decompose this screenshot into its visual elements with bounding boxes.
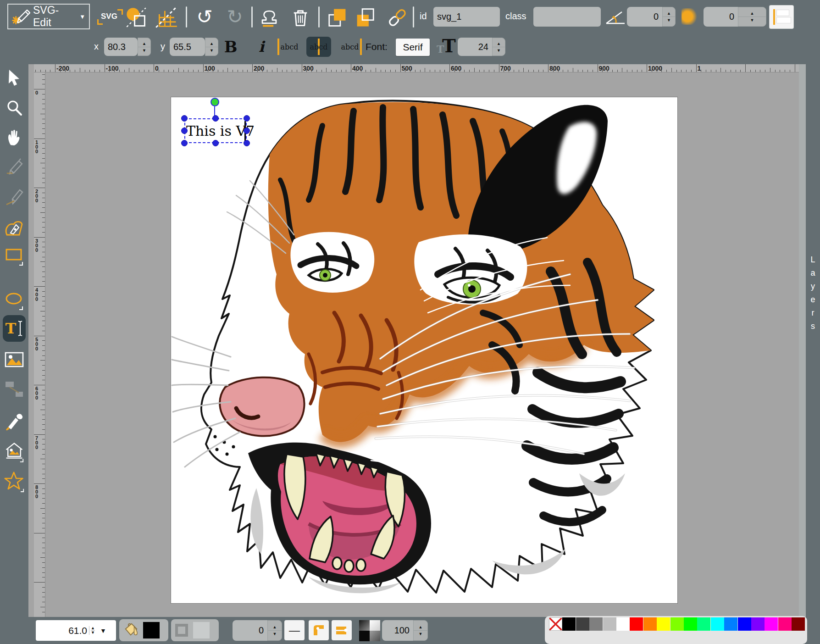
tool-connector[interactable]	[4, 379, 24, 399]
element-class-input[interactable]	[533, 7, 601, 27]
palette-swatch-ffff00[interactable]	[657, 617, 670, 631]
svg-canvas[interactable]: This is V7	[171, 97, 677, 603]
text-anchor-start-button[interactable]: abcd	[277, 37, 302, 57]
element-id-input[interactable]	[433, 7, 500, 27]
source-editor-button[interactable]: SVG	[97, 8, 124, 27]
move-to-top-button[interactable]	[325, 6, 349, 29]
palette-swatch-ffffff[interactable]	[616, 617, 630, 631]
palette-swatch-000000[interactable]	[562, 617, 576, 631]
stroke-width-input[interactable]	[233, 620, 267, 641]
delete-button[interactable]	[288, 6, 313, 29]
palette-swatch-7fff00[interactable]	[670, 617, 684, 631]
italic-button[interactable]: i	[253, 36, 270, 58]
tool-path[interactable]	[4, 217, 24, 238]
palette-swatch-7f0000[interactable]	[792, 617, 805, 631]
palette-swatch-ff007f[interactable]	[778, 617, 792, 631]
opacity-input[interactable]	[382, 620, 413, 641]
palette-swatch-007fff[interactable]	[724, 617, 737, 631]
selection-handle-sw[interactable]	[181, 140, 188, 146]
layers-panel-tab[interactable]: L a y e r s	[806, 0, 820, 644]
main-menu-button[interactable]: SVG-Edit ▼	[7, 4, 90, 29]
spinner-down-icon[interactable]: ▼	[142, 48, 146, 53]
font-size-spinner[interactable]: ▲ ▼	[492, 38, 505, 56]
redo-button[interactable]: ↻	[223, 4, 247, 29]
palette-swatch-bfbfbf[interactable]	[603, 617, 616, 631]
editor-preferences-button[interactable]	[154, 6, 179, 28]
tool-image[interactable]	[4, 350, 24, 370]
bold-button[interactable]: B	[221, 36, 240, 58]
text-y-input[interactable]	[170, 38, 205, 56]
spinner-down-icon[interactable]: ▼	[210, 48, 214, 53]
font-size-input[interactable]	[458, 38, 492, 56]
selection-handle-nw[interactable]	[181, 115, 188, 122]
palette-swatch-0000ff[interactable]	[738, 617, 751, 631]
palette-swatch-00ff7f[interactable]	[697, 617, 710, 631]
spinner-down-icon[interactable]: ▼	[667, 18, 671, 22]
move-to-bottom-button[interactable]	[353, 6, 378, 29]
selection-handle-e[interactable]	[244, 128, 250, 134]
make-link-button[interactable]	[384, 6, 410, 29]
zoom-dropdown-icon[interactable]: ▼	[100, 627, 106, 634]
tool-star[interactable]	[4, 472, 24, 492]
rotate-handle[interactable]	[211, 98, 219, 106]
canvas-scrollbar[interactable]	[799, 64, 806, 617]
tool-eyedropper[interactable]	[4, 411, 24, 431]
angle-input[interactable]	[627, 7, 662, 27]
blur-spinner[interactable]: ▲ ▼	[738, 7, 766, 27]
blur-input[interactable]	[704, 7, 738, 27]
selection-handle-w[interactable]	[181, 128, 188, 134]
linejoin-button[interactable]	[309, 620, 329, 640]
document-properties-button[interactable]	[125, 6, 148, 28]
palette-swatch-none[interactable]	[549, 617, 562, 631]
zoom-control[interactable]: ▲▼ ▼	[36, 620, 116, 641]
text-anchor-end-button[interactable]: abcd	[338, 37, 362, 57]
text-anchor-middle-button[interactable]: abcd	[306, 37, 331, 57]
tool-line[interactable]	[4, 187, 24, 207]
spinner-down-icon[interactable]: ▼	[750, 18, 754, 22]
opacity-spinner[interactable]: ▲▼	[413, 620, 428, 641]
stroke-dash-button[interactable]: —	[284, 620, 305, 640]
spinner-up-icon[interactable]: ▲	[497, 41, 501, 46]
angle-spinner[interactable]: ▲ ▼	[662, 7, 676, 27]
spinner-up-icon[interactable]: ▲	[142, 41, 146, 46]
palette-swatch-ff00ff[interactable]	[765, 617, 778, 631]
zoom-input[interactable]	[36, 625, 87, 636]
stroke-width-spinner[interactable]: ▲▼	[267, 620, 282, 641]
spinner-up-icon[interactable]: ▲	[750, 11, 754, 16]
font-family-button[interactable]: Serif	[396, 39, 430, 56]
palette-swatch-00ffff[interactable]	[711, 617, 724, 631]
tool-shape-library[interactable]	[4, 441, 24, 461]
tool-ellipse[interactable]	[4, 290, 24, 311]
tool-text[interactable]: T	[3, 315, 26, 342]
align-dropdown[interactable]	[770, 6, 793, 28]
tool-pencil[interactable]	[4, 157, 24, 177]
palette-swatch-7f7f7f[interactable]	[589, 617, 603, 631]
selection-handle-ne[interactable]	[244, 115, 250, 122]
spinner-up-icon[interactable]: ▲	[667, 11, 671, 16]
spinner-down-icon[interactable]: ▼	[497, 48, 501, 53]
palette-swatch-7f00ff[interactable]	[751, 617, 765, 631]
opacity-gradient-icon[interactable]	[359, 620, 380, 641]
zoom-spinner[interactable]: ▲▼	[89, 626, 96, 635]
linecap-button[interactable]	[332, 620, 352, 640]
tool-rect[interactable]	[4, 246, 24, 266]
selection-handle-se[interactable]	[244, 140, 250, 146]
text-x-input[interactable]	[104, 38, 138, 56]
tool-select[interactable]	[4, 68, 24, 88]
x-spinner[interactable]: ▲ ▼	[138, 38, 151, 56]
palette-swatch-ff0000[interactable]	[630, 617, 643, 631]
undo-button[interactable]: ↺	[193, 4, 216, 29]
stroke-color-swatch[interactable]	[193, 622, 210, 638]
y-spinner[interactable]: ▲ ▼	[205, 38, 218, 56]
spinner-up-icon[interactable]: ▲	[210, 41, 214, 46]
palette-swatch-00ff00[interactable]	[684, 617, 697, 631]
palette-swatch-ff7f00[interactable]	[643, 617, 657, 631]
selection-handle-n[interactable]	[212, 115, 219, 122]
selection-handle-s[interactable]	[212, 140, 219, 146]
fill-color-swatch[interactable]	[143, 622, 160, 638]
ruler-vertical: 01 0 02 0 03 0 04 0 05 0 06 0 07 0 08 0 …	[34, 72, 45, 617]
tool-zoom[interactable]	[4, 98, 24, 118]
clone-button[interactable]	[257, 6, 282, 29]
palette-swatch-3f3f3f[interactable]	[576, 617, 589, 631]
tool-pan[interactable]	[4, 128, 24, 148]
